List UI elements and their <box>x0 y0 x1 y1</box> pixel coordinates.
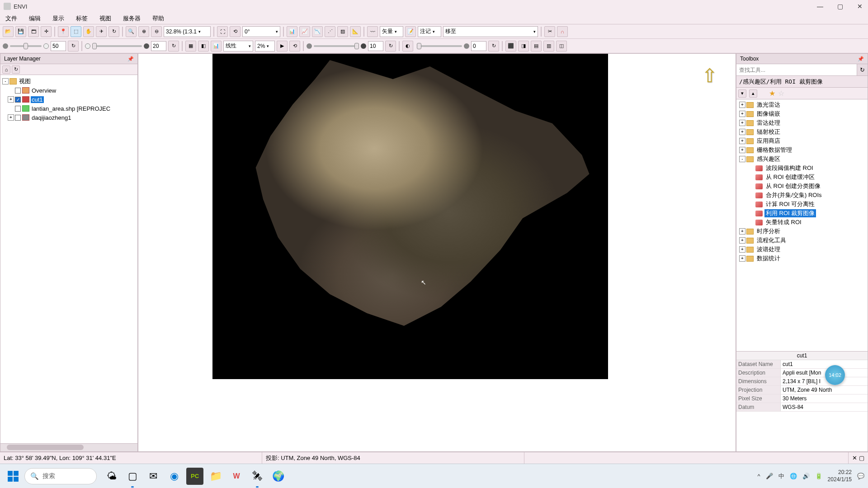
expand-icon[interactable]: + <box>739 246 745 253</box>
flicker-icon[interactable]: ▤ <box>531 41 542 52</box>
transparency-input[interactable] <box>471 41 486 51</box>
expand-icon[interactable]: + <box>739 120 745 126</box>
tb-collapse-icon[interactable]: ▴ <box>749 89 757 98</box>
tb-folder-roi[interactable]: - 感兴趣区 <box>737 155 867 164</box>
transparency-slider[interactable] <box>415 41 469 51</box>
measure-icon[interactable]: 📐 <box>350 26 361 37</box>
layer-item-cut1[interactable]: + ✓ cut1 <box>15 95 136 104</box>
layer-scrollbar[interactable] <box>0 444 138 452</box>
stretch-pct[interactable]: 2%▾ <box>255 41 275 52</box>
stretch-reset-icon[interactable]: ⟲ <box>289 41 300 52</box>
stretch-apply-icon[interactable]: ▶ <box>277 41 288 52</box>
annotation-dropdown[interactable]: 注记▾ <box>418 26 441 37</box>
expand-icon[interactable]: + <box>8 96 14 103</box>
tb-folder[interactable]: +数据统计 <box>737 254 867 263</box>
taskbar-earth[interactable]: 🌍 <box>269 468 287 485</box>
taskbar-edge[interactable]: ◉ <box>165 468 183 485</box>
layer-refresh-icon[interactable]: ↻ <box>12 66 20 74</box>
expand-icon[interactable]: - <box>2 78 9 84</box>
rotation-combo[interactable]: 0°▾ <box>242 26 280 37</box>
pin-icon[interactable]: 📍 <box>58 26 69 37</box>
checkbox[interactable] <box>15 88 21 94</box>
toolbox-search-input[interactable] <box>736 64 857 75</box>
pan-tool[interactable]: ✋ <box>83 26 94 37</box>
rotate-reset-icon[interactable]: ⟲ <box>230 26 241 37</box>
select-tool[interactable]: ⬚ <box>71 26 81 37</box>
menu-help[interactable]: 帮助 <box>151 14 166 23</box>
stretch-type[interactable]: 线性▾ <box>223 41 253 52</box>
expand-icon[interactable]: + <box>739 147 745 153</box>
start-button[interactable] <box>4 467 23 486</box>
taskbar-widget[interactable]: 🌤 <box>103 468 120 485</box>
tb-folder[interactable]: +应用商店 <box>737 136 867 145</box>
tb-tool[interactable]: 合并(并集/交集) ROIs <box>755 191 867 200</box>
contrast-slider[interactable] <box>85 41 149 51</box>
star-empty-icon[interactable]: ☆ <box>778 89 784 98</box>
tb-folder[interactable]: +图像镶嵌 <box>737 109 867 118</box>
refresh2-icon[interactable]: ↻ <box>168 41 179 52</box>
vector-dropdown[interactable]: 矢量▾ <box>380 26 403 37</box>
histogram-icon[interactable]: 📊 <box>211 41 222 52</box>
layer-home-icon[interactable]: ⌂ <box>2 66 10 74</box>
layer-item-daqi[interactable]: + daqijiaozheng1 <box>15 113 136 122</box>
minimize-button[interactable]: — <box>816 2 825 11</box>
pin-toolbox-icon[interactable]: 📌 <box>858 56 864 62</box>
layer-item-lantian[interactable]: lantian_area.shp [REPROJEC <box>15 104 136 113</box>
roi-icon[interactable]: ▨ <box>337 26 348 37</box>
taskbar-envi[interactable]: 🛰 <box>249 468 266 485</box>
contrast-input[interactable] <box>151 41 166 51</box>
expand-icon[interactable]: + <box>739 138 745 144</box>
tb-folder[interactable]: +波谱处理 <box>737 245 867 254</box>
tb-folder[interactable]: +激光雷达 <box>737 100 867 109</box>
brightness-input[interactable] <box>51 41 66 51</box>
print-icon[interactable]: 🗔 <box>28 26 39 37</box>
taskbar-clock[interactable]: 20:22 2024/1/15 <box>828 469 852 483</box>
menu-label[interactable]: 标签 <box>74 14 90 23</box>
taskbar-search[interactable]: 🔍 搜索 <box>24 468 97 484</box>
expand-icon[interactable]: + <box>739 237 745 244</box>
extent-icon[interactable]: ⛶ <box>217 26 228 37</box>
expand-icon[interactable]: + <box>8 114 14 121</box>
tray-notification-icon[interactable]: 💬 <box>857 473 864 479</box>
tray-ime-icon[interactable]: 中 <box>778 472 784 480</box>
swipe-icon[interactable]: ⬛ <box>505 41 516 52</box>
tb-tool[interactable]: 矢量转成 ROI <box>755 218 867 227</box>
tb-tool[interactable]: 从 ROI 创建缓冲区 <box>755 173 867 182</box>
taskbar-wps[interactable]: W <box>228 468 245 485</box>
stretch-roi-icon[interactable]: ▦ <box>185 41 196 52</box>
taskbar-mail[interactable]: ✉ <box>145 468 162 485</box>
profile-icon[interactable]: 📉 <box>312 26 323 37</box>
checkbox[interactable] <box>15 115 21 121</box>
tb-folder[interactable]: +时序分析 <box>737 227 867 236</box>
save-icon[interactable]: 💾 <box>15 26 26 37</box>
search-refresh-icon[interactable]: ↻ <box>857 64 868 75</box>
scatter-icon[interactable]: ⋰ <box>325 26 335 37</box>
zoom-tool[interactable]: 🔍 <box>126 26 137 37</box>
close-button[interactable]: ✕ <box>855 2 864 11</box>
transparency-icon[interactable]: ◐ <box>402 41 413 52</box>
portal-icon[interactable]: ▥ <box>543 41 554 52</box>
checkbox[interactable]: ✓ <box>15 97 21 103</box>
tb-folder[interactable]: +辐射校正 <box>737 127 867 136</box>
expand-icon[interactable]: + <box>739 111 745 117</box>
zoom-out-icon[interactable]: ⊖ <box>151 26 162 37</box>
expand-icon[interactable]: - <box>739 156 745 162</box>
tray-chevron-icon[interactable]: ^ <box>758 473 760 479</box>
spectral-icon[interactable]: 📈 <box>299 26 310 37</box>
tray-network-icon[interactable]: 🌐 <box>790 473 797 479</box>
view-split-icon[interactable]: ◫ <box>556 41 567 52</box>
zoom-combo[interactable]: 32.8% (1:3.1▾ <box>164 26 211 37</box>
tb-tool[interactable]: 从 ROI 创建分类图像 <box>755 182 867 191</box>
expand-icon[interactable]: + <box>739 129 745 135</box>
taskbar-explorer[interactable]: 📁 <box>207 468 224 485</box>
tray-mic-icon[interactable]: 🎤 <box>766 473 773 479</box>
menu-display[interactable]: 显示 <box>51 14 66 23</box>
maximize-button[interactable]: ▢ <box>835 2 844 11</box>
refresh4-icon[interactable]: ↻ <box>488 41 499 52</box>
annotation-icon[interactable]: 📝 <box>405 26 416 37</box>
zoom-in-icon[interactable]: ⊕ <box>138 26 149 37</box>
sharpen-input[interactable] <box>368 41 383 51</box>
sharpen-slider[interactable] <box>307 41 366 51</box>
cursor-value-icon[interactable]: 📊 <box>287 26 297 37</box>
refresh1-icon[interactable]: ↻ <box>68 41 79 52</box>
